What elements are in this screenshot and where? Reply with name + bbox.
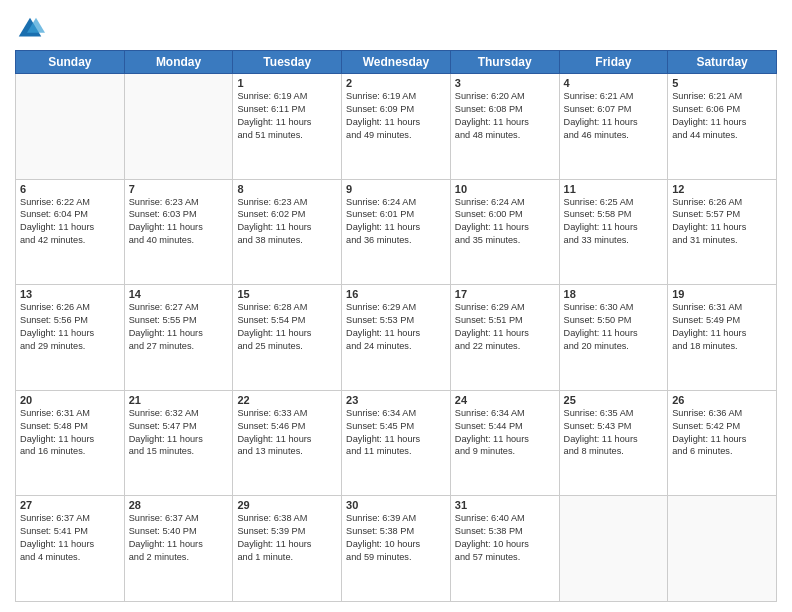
table-row: 5Sunrise: 6:21 AM Sunset: 6:06 PM Daylig…	[668, 74, 777, 180]
day-info: Sunrise: 6:20 AM Sunset: 6:08 PM Dayligh…	[455, 90, 555, 142]
col-saturday: Saturday	[668, 51, 777, 74]
day-info: Sunrise: 6:26 AM Sunset: 5:56 PM Dayligh…	[20, 301, 120, 353]
table-row: 25Sunrise: 6:35 AM Sunset: 5:43 PM Dayli…	[559, 390, 668, 496]
day-info: Sunrise: 6:21 AM Sunset: 6:06 PM Dayligh…	[672, 90, 772, 142]
day-number: 10	[455, 183, 555, 195]
day-number: 9	[346, 183, 446, 195]
day-info: Sunrise: 6:34 AM Sunset: 5:44 PM Dayligh…	[455, 407, 555, 459]
day-number: 12	[672, 183, 772, 195]
day-number: 22	[237, 394, 337, 406]
table-row: 26Sunrise: 6:36 AM Sunset: 5:42 PM Dayli…	[668, 390, 777, 496]
calendar-table: Sunday Monday Tuesday Wednesday Thursday…	[15, 50, 777, 602]
logo	[15, 14, 47, 44]
logo-icon	[15, 14, 45, 44]
col-tuesday: Tuesday	[233, 51, 342, 74]
day-info: Sunrise: 6:23 AM Sunset: 6:03 PM Dayligh…	[129, 196, 229, 248]
table-row: 24Sunrise: 6:34 AM Sunset: 5:44 PM Dayli…	[450, 390, 559, 496]
table-row: 1Sunrise: 6:19 AM Sunset: 6:11 PM Daylig…	[233, 74, 342, 180]
header	[15, 10, 777, 44]
table-row: 4Sunrise: 6:21 AM Sunset: 6:07 PM Daylig…	[559, 74, 668, 180]
table-row: 21Sunrise: 6:32 AM Sunset: 5:47 PM Dayli…	[124, 390, 233, 496]
day-number: 7	[129, 183, 229, 195]
day-info: Sunrise: 6:24 AM Sunset: 6:00 PM Dayligh…	[455, 196, 555, 248]
table-row: 8Sunrise: 6:23 AM Sunset: 6:02 PM Daylig…	[233, 179, 342, 285]
day-info: Sunrise: 6:31 AM Sunset: 5:49 PM Dayligh…	[672, 301, 772, 353]
day-info: Sunrise: 6:19 AM Sunset: 6:11 PM Dayligh…	[237, 90, 337, 142]
day-number: 27	[20, 499, 120, 511]
table-row: 22Sunrise: 6:33 AM Sunset: 5:46 PM Dayli…	[233, 390, 342, 496]
table-row: 18Sunrise: 6:30 AM Sunset: 5:50 PM Dayli…	[559, 285, 668, 391]
day-number: 31	[455, 499, 555, 511]
day-number: 16	[346, 288, 446, 300]
col-friday: Friday	[559, 51, 668, 74]
day-number: 13	[20, 288, 120, 300]
table-row: 29Sunrise: 6:38 AM Sunset: 5:39 PM Dayli…	[233, 496, 342, 602]
table-row: 27Sunrise: 6:37 AM Sunset: 5:41 PM Dayli…	[16, 496, 125, 602]
table-row: 15Sunrise: 6:28 AM Sunset: 5:54 PM Dayli…	[233, 285, 342, 391]
day-info: Sunrise: 6:34 AM Sunset: 5:45 PM Dayligh…	[346, 407, 446, 459]
table-row: 20Sunrise: 6:31 AM Sunset: 5:48 PM Dayli…	[16, 390, 125, 496]
day-info: Sunrise: 6:36 AM Sunset: 5:42 PM Dayligh…	[672, 407, 772, 459]
day-number: 18	[564, 288, 664, 300]
day-number: 30	[346, 499, 446, 511]
table-row: 12Sunrise: 6:26 AM Sunset: 5:57 PM Dayli…	[668, 179, 777, 285]
table-row: 17Sunrise: 6:29 AM Sunset: 5:51 PM Dayli…	[450, 285, 559, 391]
calendar-header-row: Sunday Monday Tuesday Wednesday Thursday…	[16, 51, 777, 74]
table-row: 31Sunrise: 6:40 AM Sunset: 5:38 PM Dayli…	[450, 496, 559, 602]
col-monday: Monday	[124, 51, 233, 74]
table-row	[668, 496, 777, 602]
day-info: Sunrise: 6:28 AM Sunset: 5:54 PM Dayligh…	[237, 301, 337, 353]
day-number: 26	[672, 394, 772, 406]
col-thursday: Thursday	[450, 51, 559, 74]
table-row	[124, 74, 233, 180]
table-row: 23Sunrise: 6:34 AM Sunset: 5:45 PM Dayli…	[342, 390, 451, 496]
day-number: 3	[455, 77, 555, 89]
table-row: 3Sunrise: 6:20 AM Sunset: 6:08 PM Daylig…	[450, 74, 559, 180]
day-info: Sunrise: 6:39 AM Sunset: 5:38 PM Dayligh…	[346, 512, 446, 564]
day-info: Sunrise: 6:21 AM Sunset: 6:07 PM Dayligh…	[564, 90, 664, 142]
table-row: 9Sunrise: 6:24 AM Sunset: 6:01 PM Daylig…	[342, 179, 451, 285]
day-info: Sunrise: 6:32 AM Sunset: 5:47 PM Dayligh…	[129, 407, 229, 459]
day-number: 5	[672, 77, 772, 89]
calendar-week-row: 13Sunrise: 6:26 AM Sunset: 5:56 PM Dayli…	[16, 285, 777, 391]
calendar-week-row: 27Sunrise: 6:37 AM Sunset: 5:41 PM Dayli…	[16, 496, 777, 602]
day-info: Sunrise: 6:37 AM Sunset: 5:40 PM Dayligh…	[129, 512, 229, 564]
day-info: Sunrise: 6:22 AM Sunset: 6:04 PM Dayligh…	[20, 196, 120, 248]
day-info: Sunrise: 6:31 AM Sunset: 5:48 PM Dayligh…	[20, 407, 120, 459]
day-info: Sunrise: 6:37 AM Sunset: 5:41 PM Dayligh…	[20, 512, 120, 564]
day-number: 23	[346, 394, 446, 406]
table-row: 6Sunrise: 6:22 AM Sunset: 6:04 PM Daylig…	[16, 179, 125, 285]
day-info: Sunrise: 6:24 AM Sunset: 6:01 PM Dayligh…	[346, 196, 446, 248]
day-info: Sunrise: 6:25 AM Sunset: 5:58 PM Dayligh…	[564, 196, 664, 248]
day-number: 21	[129, 394, 229, 406]
day-info: Sunrise: 6:30 AM Sunset: 5:50 PM Dayligh…	[564, 301, 664, 353]
day-info: Sunrise: 6:29 AM Sunset: 5:53 PM Dayligh…	[346, 301, 446, 353]
day-number: 15	[237, 288, 337, 300]
calendar-week-row: 6Sunrise: 6:22 AM Sunset: 6:04 PM Daylig…	[16, 179, 777, 285]
calendar-week-row: 20Sunrise: 6:31 AM Sunset: 5:48 PM Dayli…	[16, 390, 777, 496]
page: Sunday Monday Tuesday Wednesday Thursday…	[0, 0, 792, 612]
day-info: Sunrise: 6:35 AM Sunset: 5:43 PM Dayligh…	[564, 407, 664, 459]
day-info: Sunrise: 6:33 AM Sunset: 5:46 PM Dayligh…	[237, 407, 337, 459]
calendar-week-row: 1Sunrise: 6:19 AM Sunset: 6:11 PM Daylig…	[16, 74, 777, 180]
day-number: 28	[129, 499, 229, 511]
table-row	[559, 496, 668, 602]
day-number: 29	[237, 499, 337, 511]
day-info: Sunrise: 6:23 AM Sunset: 6:02 PM Dayligh…	[237, 196, 337, 248]
table-row: 10Sunrise: 6:24 AM Sunset: 6:00 PM Dayli…	[450, 179, 559, 285]
table-row: 7Sunrise: 6:23 AM Sunset: 6:03 PM Daylig…	[124, 179, 233, 285]
table-row: 19Sunrise: 6:31 AM Sunset: 5:49 PM Dayli…	[668, 285, 777, 391]
table-row: 16Sunrise: 6:29 AM Sunset: 5:53 PM Dayli…	[342, 285, 451, 391]
day-number: 11	[564, 183, 664, 195]
table-row: 28Sunrise: 6:37 AM Sunset: 5:40 PM Dayli…	[124, 496, 233, 602]
table-row: 13Sunrise: 6:26 AM Sunset: 5:56 PM Dayli…	[16, 285, 125, 391]
day-number: 4	[564, 77, 664, 89]
day-info: Sunrise: 6:38 AM Sunset: 5:39 PM Dayligh…	[237, 512, 337, 564]
table-row: 11Sunrise: 6:25 AM Sunset: 5:58 PM Dayli…	[559, 179, 668, 285]
col-wednesday: Wednesday	[342, 51, 451, 74]
col-sunday: Sunday	[16, 51, 125, 74]
day-number: 19	[672, 288, 772, 300]
table-row	[16, 74, 125, 180]
day-number: 6	[20, 183, 120, 195]
day-number: 8	[237, 183, 337, 195]
